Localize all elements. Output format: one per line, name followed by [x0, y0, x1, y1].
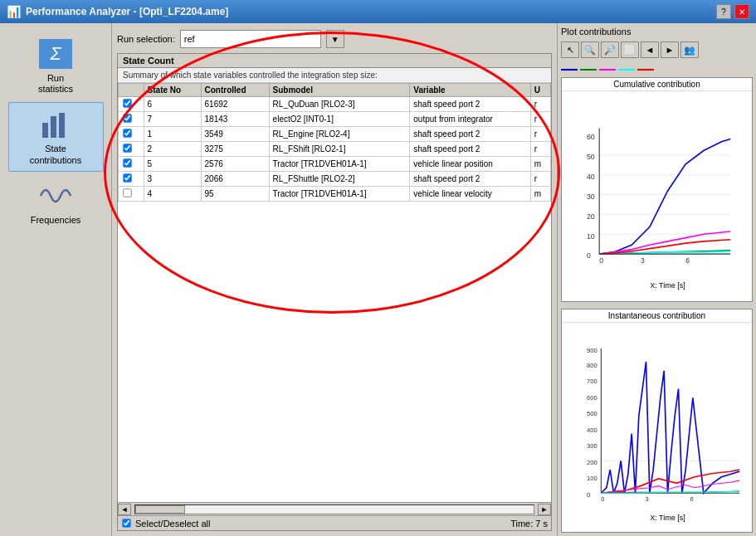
cell-submodel: RL_QuDuan [RLO2-3] [269, 97, 410, 112]
svg-text:10: 10 [587, 232, 595, 241]
table-row[interactable]: 5 2576 Tractor [TR1DVEH01A-1] vehicle li… [119, 157, 551, 172]
help-button[interactable]: ? [716, 4, 731, 19]
cell-submodel: RL_FShift [RLO2-1] [269, 142, 410, 157]
arrow-left-tool[interactable]: ◄ [641, 41, 659, 58]
run-selection-input[interactable] [180, 30, 321, 48]
table-row[interactable]: 2 3275 RL_FShift [RLO2-1] shaft speed po… [119, 142, 551, 157]
legend-magenta [599, 69, 616, 71]
row-checkbox-1[interactable] [123, 114, 131, 122]
cell-variable: shaft speed port 2 [410, 97, 531, 112]
svg-text:200: 200 [587, 458, 597, 465]
zoom-in-tool[interactable]: 🔍 [581, 41, 599, 58]
cell-u: r [530, 172, 550, 187]
svg-text:3: 3 [641, 256, 645, 265]
row-checkbox-4[interactable] [123, 158, 131, 167]
row-checkbox-6[interactable] [123, 188, 131, 197]
svg-text:700: 700 [587, 378, 597, 385]
run-selection-label: Run selection: [117, 34, 175, 44]
state-table: State No Controlled Submodel Variable U … [118, 83, 551, 202]
run-selection-dropdown[interactable]: ▼ [326, 30, 344, 48]
legend-green [580, 69, 597, 71]
svg-text:500: 500 [587, 410, 597, 417]
table-row[interactable]: 3 2066 RL_FShuttle [RLO2-2] shaft speed … [119, 172, 551, 187]
table-row[interactable]: 7 18143 electO2 [INT0-1] output from int… [119, 112, 551, 127]
row-checkbox-5[interactable] [123, 173, 131, 182]
sidebar: Σ Runstatistics Statecontributions Frequ… [0, 23, 112, 536]
select-all-checkbox[interactable] [122, 519, 130, 527]
app-icon: 📊 [7, 5, 21, 18]
cell-variable: shaft speed port 2 [410, 172, 531, 187]
arrow-right-tool[interactable]: ► [661, 41, 679, 58]
main-content: Run selection: ▼ State Count Summary of … [112, 23, 557, 536]
select-all-area: Select/Deselect all [121, 518, 211, 529]
legend-tool[interactable]: 👥 [680, 41, 699, 58]
instantaneous-chart-svg: 0 100 200 300 400 500 600 700 800 900 [587, 326, 749, 519]
select-all-label: Select/Deselect all [135, 519, 211, 529]
cell-controlled: 18143 [201, 112, 269, 127]
table-row[interactable]: 4 95 Tractor [TR1DVEH01A-1] vehicle line… [119, 187, 551, 202]
cell-controlled: 2576 [201, 157, 269, 172]
cell-variable: output from integrator [410, 112, 531, 127]
cell-submodel: RL_Engine [RLO2-4] [269, 127, 410, 142]
row-checkbox-3[interactable] [123, 144, 131, 152]
cursor-tool[interactable]: ↖ [561, 41, 579, 58]
cell-controlled: 2066 [201, 172, 269, 187]
row-checkbox-cell [119, 157, 144, 172]
cell-controlled: 61692 [201, 97, 269, 112]
horizontal-scrollbar[interactable]: ◄ ► [118, 502, 551, 515]
instantaneous-chart: Instantaneous contribution 0 100 200 300… [561, 309, 753, 534]
legend-red [637, 69, 654, 71]
svg-text:300: 300 [587, 442, 597, 450]
svg-text:800: 800 [587, 361, 597, 368]
svg-rect-1 [51, 116, 56, 138]
right-panel: Plot contributions ↖ 🔍 🔎 ⬜ ◄ ► 👥 Cumulat… [557, 23, 756, 536]
scroll-track [134, 504, 534, 514]
table-row[interactable]: 6 61692 RL_QuDuan [RLO2-3] shaft speed p… [119, 97, 551, 112]
instantaneous-chart-area: 0 100 200 300 400 500 600 700 800 900 [562, 323, 752, 533]
title-bar: 📊 Performance Analyzer - [Opti_LF2204.am… [0, 0, 756, 23]
legend [561, 65, 753, 71]
table-row[interactable]: 1 3549 RL_Engine [RLO2-4] shaft speed po… [119, 127, 551, 142]
row-checkbox-0[interactable] [123, 99, 131, 107]
cumulative-chart-svg: 0 10 20 30 40 50 60 [587, 95, 749, 288]
scroll-left-btn[interactable]: ◄ [118, 504, 131, 515]
sigma-icon: Σ [36, 37, 76, 71]
svg-text:0: 0 [601, 495, 604, 503]
scroll-right-btn[interactable]: ► [538, 504, 551, 515]
legend-blue [561, 69, 578, 71]
plot-toolbar: ↖ 🔍 🔎 ⬜ ◄ ► 👥 [561, 41, 753, 58]
sidebar-item-state-contributions[interactable]: Statecontributions [8, 102, 104, 171]
barchart-icon [36, 108, 76, 141]
svg-text:900: 900 [587, 347, 597, 354]
cell-controlled: 3275 [201, 142, 269, 157]
col-state-no: State No [144, 84, 201, 97]
cell-state-no: 7 [144, 112, 201, 127]
sidebar-item-run-statistics[interactable]: Σ Runstatistics [8, 32, 104, 100]
zoom-out-tool[interactable]: 🔎 [601, 41, 619, 58]
cell-u: m [530, 187, 550, 202]
cell-submodel: Tractor [TR1DVEH01A-1] [269, 157, 410, 172]
state-count-title: State Count [118, 54, 551, 68]
svg-text:6: 6 [685, 256, 690, 265]
sidebar-item-frequencies[interactable]: Frequencies [8, 173, 104, 231]
svg-text:30: 30 [587, 192, 595, 201]
svg-text:600: 600 [587, 393, 597, 401]
close-button[interactable]: ✕ [734, 4, 749, 19]
cell-u: r [530, 112, 550, 127]
cell-state-no: 2 [144, 142, 201, 157]
cell-u: r [530, 127, 550, 142]
zoom-rect-tool[interactable]: ⬜ [621, 41, 639, 58]
state-count-description: Summary of which state variables control… [118, 68, 551, 83]
table-scroll[interactable]: State No Controlled Submodel Variable U … [118, 83, 551, 502]
svg-rect-0 [42, 123, 48, 138]
cell-submodel: RL_FShuttle [RLO2-2] [269, 172, 410, 187]
plot-contributions-header: Plot contributions [561, 27, 753, 37]
svg-text:0: 0 [587, 252, 591, 261]
row-checkbox-cell [119, 97, 144, 112]
cumulative-chart: Cumulative contribution 0 10 20 30 40 50… [561, 77, 753, 302]
cell-submodel: electO2 [INT0-1] [269, 112, 410, 127]
row-checkbox-cell [119, 127, 144, 142]
row-checkbox-2[interactable] [123, 129, 131, 137]
app-body: Σ Runstatistics Statecontributions Frequ… [0, 23, 756, 536]
window-title: Performance Analyzer - [Opti_LF2204.ame] [26, 6, 228, 17]
